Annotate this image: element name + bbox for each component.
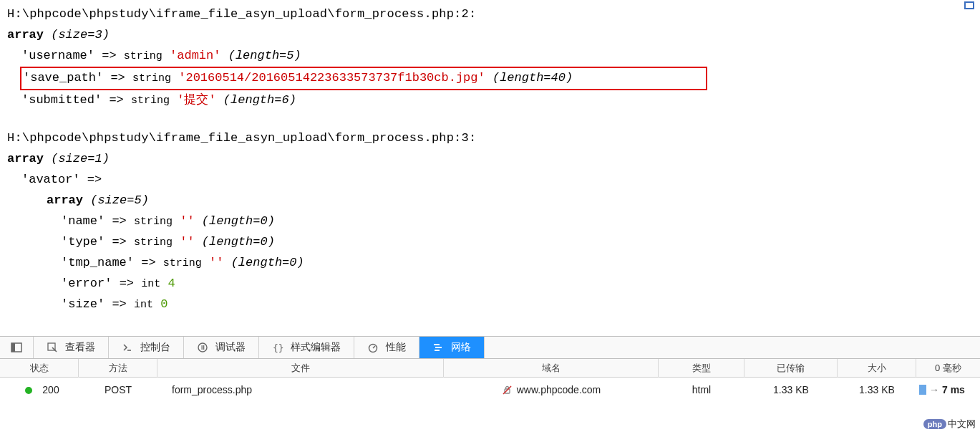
array-header-2: array (size=1) <box>7 149 976 170</box>
php-badge-icon: php <box>923 419 946 429</box>
tab-label: 网络 <box>451 341 471 354</box>
array-label: array <box>47 193 83 207</box>
network-table-header: 状态 方法 文件 域名 类型 已传输 大小 0 毫秒 <box>0 359 980 378</box>
cell-transferred: 1.33 KB <box>744 384 838 395</box>
devtools-tab-bar: 查看器 控制台 调试器 {} 样式编辑器 性能 网络 <box>0 336 980 359</box>
key: 'tmp_name' <box>61 256 134 269</box>
highlighted-save-path-row: 'save_path' => string '20160514/20160514… <box>20 67 707 90</box>
file-path-line-2: H:\phpcode\phpstudy\iframe_file_asyn_upl… <box>7 128 976 149</box>
domain-text: www.phpcode.com <box>517 384 601 395</box>
tab-debugger[interactable]: 调试器 <box>184 337 259 358</box>
key: 'username' <box>21 49 94 62</box>
cell-size: 1.33 KB <box>838 384 916 395</box>
network-request-row[interactable]: 200 POST form_process.php www.phpcode.co… <box>0 378 980 402</box>
col-header-type[interactable]: 类型 <box>659 359 744 378</box>
row-submitted: 'submitted' => string '提交' (length=6) <box>7 90 976 111</box>
array-size: (size=5) <box>90 193 149 207</box>
arrow: => <box>102 49 116 62</box>
tab-style-editor[interactable]: {} 样式编辑器 <box>259 337 354 358</box>
length-label: (length=40) <box>493 71 573 85</box>
col-header-transferred[interactable]: 已传输 <box>744 359 838 378</box>
insecure-icon <box>502 385 513 395</box>
arrow: => <box>112 214 126 228</box>
key: 'error' <box>61 277 112 290</box>
type-label: int <box>141 278 160 290</box>
window-top-hints <box>964 1 974 9</box>
page-body-vardump: H:\phpcode\phpstudy\iframe_file_asyn_upl… <box>0 0 980 336</box>
col-header-status[interactable]: 状态 <box>0 359 79 378</box>
col-header-file[interactable]: 文件 <box>157 359 444 378</box>
string-value: '' <box>209 256 223 269</box>
length-label: (length=5) <box>228 49 301 62</box>
cell-domain: www.phpcode.com <box>444 384 659 395</box>
debugger-icon <box>197 342 208 353</box>
svg-rect-5 <box>203 345 204 350</box>
panel-toggle-icon <box>10 341 23 354</box>
cell-method: POST <box>79 384 157 395</box>
tab-console[interactable]: 控制台 <box>109 337 184 358</box>
type-label: int <box>134 299 153 311</box>
array-size: (size=1) <box>51 152 110 165</box>
length-label: (length=0) <box>231 256 304 269</box>
length-label: (length=0) <box>202 235 275 249</box>
col-header-domain[interactable]: 域名 <box>444 359 659 378</box>
tab-inspector[interactable]: 查看器 <box>34 337 109 358</box>
string-value: '' <box>180 214 194 228</box>
row-name: 'name' => string '' (length=0) <box>7 211 976 232</box>
svg-rect-10 <box>435 350 440 351</box>
col-header-timeline[interactable]: 0 毫秒 <box>916 359 980 378</box>
arrow: => <box>141 256 155 269</box>
row-tmp-name: 'tmp_name' => string '' (length=0) <box>7 253 976 274</box>
watermark-text: 中文网 <box>948 418 976 431</box>
key: 'submitted' <box>21 93 102 107</box>
arrow: => <box>87 173 102 186</box>
inspector-icon <box>47 342 58 353</box>
status-code: 200 <box>42 384 59 395</box>
status-ok-icon <box>25 387 32 394</box>
arrow: => <box>112 297 126 311</box>
int-value: 0 <box>160 297 168 311</box>
type-label: string <box>131 95 170 107</box>
box-hint-icon <box>964 1 974 9</box>
key: 'type' <box>61 235 105 249</box>
string-value: 'admin' <box>170 49 220 62</box>
length-label: (length=6) <box>223 93 296 107</box>
type-label: string <box>163 257 202 269</box>
array-label: array <box>7 152 44 165</box>
inner-array-header: array (size=5) <box>7 191 976 211</box>
col-header-size[interactable]: 大小 <box>838 359 916 378</box>
row-size: 'size' => int 0 <box>7 294 976 315</box>
cell-file: form_process.php <box>157 384 444 395</box>
svg-text:{}: {} <box>273 342 283 353</box>
tab-network[interactable]: 网络 <box>419 337 485 358</box>
watermark: php 中文网 <box>923 418 976 431</box>
arrow: => <box>109 93 123 107</box>
performance-icon <box>367 342 379 353</box>
type-label: string <box>134 216 173 228</box>
tab-label: 性能 <box>386 341 406 354</box>
cell-type: html <box>659 384 744 395</box>
row-error: 'error' => int 4 <box>7 274 976 294</box>
svg-rect-9 <box>435 347 442 348</box>
key: 'save_path' <box>23 71 103 85</box>
col-header-method[interactable]: 方法 <box>79 359 157 378</box>
tab-label: 样式编辑器 <box>291 341 341 354</box>
tab-label: 查看器 <box>65 341 95 354</box>
cell-status: 200 <box>0 384 79 395</box>
arrow: => <box>110 71 125 85</box>
console-icon <box>122 342 133 353</box>
array-size: (size=3) <box>51 28 110 42</box>
devtools-toggle-button[interactable] <box>0 337 34 358</box>
timing-bar-icon <box>919 385 926 395</box>
svg-rect-1 <box>11 343 15 352</box>
svg-rect-4 <box>202 345 203 350</box>
tab-label: 调试器 <box>215 341 246 354</box>
string-value: '提交' <box>177 93 215 107</box>
style-editor-icon: {} <box>272 342 283 353</box>
array-label: array <box>7 28 44 42</box>
type-label: string <box>134 236 173 249</box>
array-header-1: array (size=3) <box>7 25 976 46</box>
row-avator: 'avator' => <box>7 170 976 191</box>
tab-performance[interactable]: 性能 <box>354 337 419 358</box>
string-value: '' <box>180 235 194 249</box>
